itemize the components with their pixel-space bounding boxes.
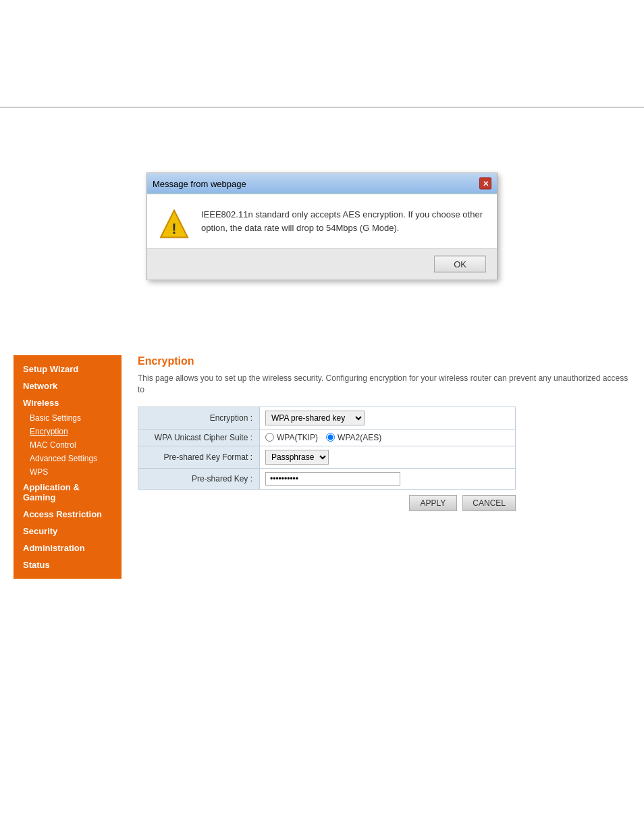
dialog-message: IEEE802.11n standard only accepts AES en… xyxy=(201,208,483,234)
sidebar-item-setup-wizard[interactable]: Setup Wizard xyxy=(14,361,122,377)
wpa-aes-label[interactable]: WPA2(AES) xyxy=(326,433,381,442)
wpa-cipher-label: WPA Unicast Cipher Suite : xyxy=(138,429,260,446)
page-description: This page allows you to set up the wirel… xyxy=(138,373,630,396)
top-area xyxy=(0,0,644,108)
encryption-label: Encryption : xyxy=(138,407,260,429)
dialog-close-button[interactable]: ✕ xyxy=(479,178,491,190)
wpa-aes-radio[interactable] xyxy=(326,433,335,442)
preshared-key-input[interactable] xyxy=(265,472,400,486)
wpa-tkip-radio[interactable] xyxy=(265,433,274,442)
apply-button[interactable]: APPLY xyxy=(409,495,458,511)
sidebar-item-mac-control[interactable]: MAC Control xyxy=(14,438,122,452)
buttons-row: APPLY CANCEL xyxy=(138,495,516,511)
preshared-format-row: Pre-shared Key Format : Passphrase Hex xyxy=(138,446,516,468)
preshared-key-row: Pre-shared Key : xyxy=(138,468,516,489)
sidebar-item-basic-settings[interactable]: Basic Settings xyxy=(14,411,122,425)
dialog-overlay: Message from webpage ✕ ! IEEE802.11n sta… xyxy=(146,173,498,280)
encryption-value-cell: WPA pre-shared key None WEP WPA RADIUS W… xyxy=(260,407,516,429)
cancel-button[interactable]: CANCEL xyxy=(462,495,516,511)
preshared-format-value-cell: Passphrase Hex xyxy=(260,446,516,468)
sidebar-item-advanced-settings[interactable]: Advanced Settings xyxy=(14,452,122,465)
sidebar: Setup Wizard Network Wireless Basic Sett… xyxy=(14,355,122,579)
dialog-footer: OK xyxy=(147,249,497,280)
sidebar-item-administration[interactable]: Administration xyxy=(14,540,122,556)
wpa-cipher-value-cell: WPA(TKIP) WPA2(AES) xyxy=(260,429,516,446)
sidebar-item-network[interactable]: Network xyxy=(14,377,122,394)
bottom-section: Setup Wizard Network Wireless Basic Sett… xyxy=(0,344,644,590)
preshared-format-label: Pre-shared Key Format : xyxy=(138,446,260,468)
sidebar-item-application-gaming[interactable]: Application & Gaming xyxy=(14,479,122,506)
dialog-titlebar: Message from webpage ✕ xyxy=(147,174,497,194)
warning-icon: ! xyxy=(158,208,190,240)
preshared-key-label: Pre-shared Key : xyxy=(138,468,260,489)
preshared-key-value-cell xyxy=(260,468,516,489)
sidebar-item-status[interactable]: Status xyxy=(14,556,122,573)
wpa-cipher-row: WPA Unicast Cipher Suite : WPA(TKIP) WPA… xyxy=(138,429,516,446)
svg-text:!: ! xyxy=(171,220,176,237)
preshared-format-select[interactable]: Passphrase Hex xyxy=(265,450,329,465)
encryption-select[interactable]: WPA pre-shared key None WEP WPA RADIUS W… xyxy=(265,411,365,425)
ok-button[interactable]: OK xyxy=(434,256,486,273)
wpa-cipher-radio-group: WPA(TKIP) WPA2(AES) xyxy=(265,433,510,442)
sidebar-item-security[interactable]: Security xyxy=(14,523,122,540)
wpa-tkip-label[interactable]: WPA(TKIP) xyxy=(265,433,318,442)
sidebar-item-wps[interactable]: WPS xyxy=(14,465,122,479)
sidebar-item-wireless[interactable]: Wireless xyxy=(14,394,122,411)
dialog-body: ! IEEE802.11n standard only accepts AES … xyxy=(147,194,497,249)
sidebar-item-access-restriction[interactable]: Access Restriction xyxy=(14,506,122,523)
middle-area: Message from webpage ✕ ! IEEE802.11n sta… xyxy=(0,108,644,344)
encryption-form: Encryption : WPA pre-shared key None WEP… xyxy=(138,407,516,490)
page-title: Encryption xyxy=(138,355,630,367)
dialog: Message from webpage ✕ ! IEEE802.11n sta… xyxy=(146,173,498,280)
encryption-row: Encryption : WPA pre-shared key None WEP… xyxy=(138,407,516,429)
main-content: Encryption This page allows you to set u… xyxy=(122,355,630,511)
dialog-title: Message from webpage xyxy=(153,178,246,188)
sidebar-item-encryption[interactable]: Encryption xyxy=(14,425,122,438)
